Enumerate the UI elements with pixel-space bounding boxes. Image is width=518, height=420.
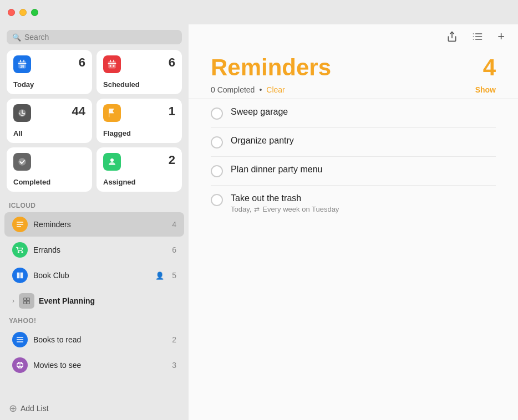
show-button[interactable]: Show [475,85,496,94]
today-count: 6 [79,55,85,70]
task-subtitle-take-trash: Today, ⇄ Every week on Tuesday [231,205,496,213]
search-icon: 🔍 [12,33,21,42]
task-checkbox-sweep-garage[interactable] [211,107,223,120]
movies-list-icon [12,357,28,373]
smart-card-all[interactable]: 44 All [7,99,92,143]
title-bar [0,0,518,24]
reminders-header: Reminders 4 [189,49,518,81]
assigned-icon [103,153,121,171]
task-checkbox-take-trash[interactable] [211,194,223,206]
smart-card-today[interactable]: 18 6 Today [7,50,92,94]
assigned-count: 2 [169,153,175,167]
errands-list-icon [12,242,28,258]
add-reminder-button[interactable]: + [495,27,507,46]
task-item-take-trash: Take out the trash Today, ⇄ Every week o… [211,186,496,221]
reminders-list-icon [12,217,28,232]
smart-lists-grid: 18 6 Today 6 Scheduled [0,50,189,198]
add-list-button[interactable]: ⊕ Add List [0,397,189,420]
list-options-button[interactable] [470,29,485,44]
svg-point-9 [21,251,23,253]
completed-icon [13,153,31,171]
search-area: 🔍 [0,24,189,50]
list-item-bookclub[interactable]: Book Club 👤 5 [4,263,184,288]
reminders-title: Reminders [211,54,331,81]
main-content: + Reminders 4 0 Completed • Clear Show S… [189,24,518,420]
minimize-button[interactable] [19,9,27,16]
bookclub-shared-icon: 👤 [155,272,164,280]
bookclub-list-icon [12,268,28,283]
svg-point-7 [110,158,114,162]
smart-card-scheduled[interactable]: 6 Scheduled [97,50,182,94]
completed-info: 0 Completed • Clear [211,85,285,94]
smart-card-assigned[interactable]: 2 Assigned [97,147,182,192]
list-item-errands[interactable]: Errands 6 [4,238,184,262]
task-list: Sweep garage Organize pantry Plan dinner… [189,99,518,420]
svg-point-3 [110,65,111,67]
completed-count-label: 0 Completed [211,85,255,94]
icloud-section-label: iCloud [0,198,189,212]
scheduled-count: 6 [169,55,175,70]
task-text-sweep-garage: Sweep garage [231,107,496,117]
event-planning-group-name: Event Planning [39,296,95,305]
reminders-list-count: 4 [172,220,176,229]
search-box[interactable]: 🔍 [7,30,182,44]
svg-rect-10 [24,298,27,301]
task-text-take-trash: Take out the trash Today, ⇄ Every week o… [231,193,496,213]
scheduled-icon [103,55,121,73]
yahoo-section-label: Yahoo! [0,314,189,327]
flagged-label: Flagged [103,129,175,137]
books-list-name: Books to read [33,335,166,344]
errands-list-name: Errands [33,245,166,254]
books-list-count: 2 [172,335,176,344]
bookclub-list-count: 5 [172,271,176,280]
reminders-count: 4 [483,54,496,81]
books-list-icon [12,332,28,347]
completed-bar: 0 Completed • Clear Show [189,81,518,99]
svg-rect-2 [108,61,116,69]
dot-separator: • [259,85,262,94]
event-planning-group-icon [19,293,34,309]
svg-text:18: 18 [20,64,24,68]
scheduled-label: Scheduled [103,80,175,89]
task-text-organize-pantry: Organize pantry [231,136,496,146]
all-label: All [13,129,85,137]
clear-button[interactable]: Clear [266,85,285,94]
svg-rect-13 [27,301,30,304]
close-button[interactable] [8,9,15,16]
list-item-books-to-read[interactable]: Books to read 2 [4,327,184,352]
task-item-sweep-garage: Sweep garage [211,99,496,128]
task-item-plan-dinner: Plan dinner party menu [211,157,496,186]
task-date-take-trash: Today, [231,205,251,213]
svg-rect-11 [27,298,30,301]
svg-point-6 [18,158,26,166]
task-repeat-text: Every week on Tuesday [262,205,339,213]
today-label: Today [13,80,85,89]
share-button[interactable] [444,28,460,45]
today-icon: 18 [13,55,31,73]
repeat-icon: ⇄ [254,206,260,213]
task-item-organize-pantry: Organize pantry [211,128,496,157]
task-title-sweep-garage: Sweep garage [231,107,496,117]
errands-list-count: 6 [172,245,176,254]
list-item-reminders[interactable]: Reminders 4 [4,212,184,237]
completed-label: Completed [13,178,85,186]
sidebar: 🔍 18 6 Today [0,24,189,420]
maximize-button[interactable] [31,9,38,16]
chevron-right-icon: › [12,297,14,305]
task-text-plan-dinner: Plan dinner party menu [231,165,496,175]
all-count: 44 [72,104,85,119]
search-input[interactable] [24,33,176,42]
task-checkbox-organize-pantry[interactable] [211,136,223,148]
task-checkbox-plan-dinner[interactable] [211,165,223,177]
smart-card-flagged[interactable]: 1 Flagged [97,99,182,143]
list-item-movies-to-see[interactable]: Movies to see 3 [4,353,184,377]
app-container: 🔍 18 6 Today [0,24,518,420]
movies-list-count: 3 [172,361,176,370]
traffic-lights [8,9,38,16]
add-list-icon: ⊕ [9,402,17,414]
assigned-label: Assigned [103,178,175,186]
svg-rect-12 [24,301,27,304]
task-title-plan-dinner: Plan dinner party menu [231,165,496,175]
group-item-event-planning[interactable]: › Event Planning [4,289,184,313]
smart-card-completed[interactable]: Completed [7,147,92,192]
